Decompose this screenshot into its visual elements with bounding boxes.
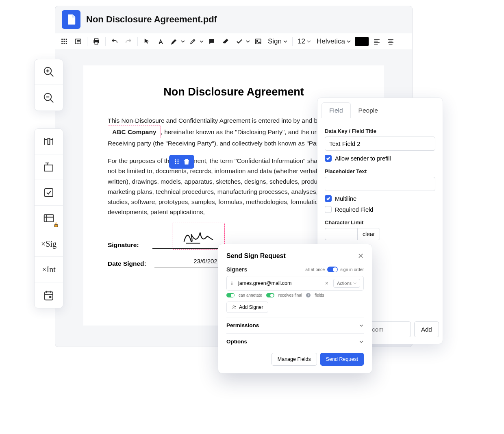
sign-request-modal: Send Sign Request ✕ Signers all at once …	[218, 244, 372, 373]
signature-tool[interactable]: ×Sig	[35, 231, 63, 257]
trash-icon[interactable]	[183, 158, 190, 165]
clear-button[interactable]: clear	[357, 228, 380, 240]
align-center-icon[interactable]	[385, 36, 396, 47]
char-limit-label: Character Limit	[325, 219, 435, 226]
svg-point-55	[231, 284, 232, 285]
svg-point-31	[178, 163, 179, 164]
file-name: Non Disclosure Agreement.pdf	[86, 14, 217, 25]
order-toggle[interactable]	[327, 267, 338, 272]
grid-view-icon[interactable]	[59, 36, 70, 47]
initials-tool[interactable]: ×Int	[35, 257, 63, 282]
eraser-icon[interactable]	[220, 36, 231, 47]
allow-prefill-checkbox[interactable]	[325, 155, 332, 162]
svg-rect-2	[66, 39, 67, 40]
svg-line-36	[50, 74, 54, 77]
svg-point-26	[175, 159, 176, 161]
svg-rect-52	[49, 296, 51, 298]
cursor-icon[interactable]	[141, 36, 152, 47]
left-sidebar-tools: ×Sig ×Int	[34, 128, 63, 308]
manage-fields-button[interactable]: Manage Fields	[272, 353, 317, 366]
tab-people[interactable]: People	[351, 102, 386, 118]
image-icon[interactable]	[252, 36, 264, 47]
align-left-icon[interactable]	[371, 36, 382, 47]
checkbox-tool[interactable]	[35, 180, 63, 206]
signer-email[interactable]: james.green@mail.com	[238, 280, 320, 286]
lock-icon	[53, 222, 59, 228]
svg-line-40	[50, 99, 54, 102]
char-limit-input[interactable]	[325, 228, 357, 240]
signature-field[interactable]	[172, 223, 225, 250]
drag-handle-icon	[173, 158, 180, 165]
svg-point-28	[175, 161, 176, 163]
pen-tool-icon[interactable]	[169, 36, 180, 47]
add-signer-button[interactable]: Add Signer	[226, 302, 268, 313]
close-icon[interactable]: ✕	[358, 252, 364, 260]
date-tool[interactable]	[35, 282, 63, 308]
svg-point-58	[232, 284, 233, 285]
checkmark-dropdown-icon[interactable]	[246, 36, 250, 47]
actions-dropdown[interactable]: Actions	[333, 279, 360, 288]
panel-view-icon[interactable]	[72, 36, 84, 47]
placeholder-input[interactable]	[325, 177, 435, 191]
color-swatch[interactable]	[355, 37, 369, 46]
field-handle[interactable]	[169, 155, 194, 169]
comment-icon[interactable]	[206, 36, 217, 47]
svg-point-57	[232, 283, 233, 284]
text-field-tool[interactable]	[35, 129, 63, 154]
highlighter-icon[interactable]	[187, 36, 199, 47]
svg-rect-48	[45, 292, 53, 300]
svg-point-59	[233, 306, 235, 307]
svg-point-27	[178, 159, 179, 161]
send-request-button[interactable]: Send Request	[320, 353, 364, 366]
text-tool-icon[interactable]	[155, 36, 166, 47]
data-key-label: Data Key / Field Title	[325, 128, 435, 134]
permissions-section[interactable]: Permissions	[226, 317, 364, 333]
info-icon[interactable]: i	[306, 293, 311, 297]
svg-rect-5	[66, 41, 67, 42]
document-icon	[65, 14, 77, 25]
company-field[interactable]: ABC Company	[108, 126, 161, 138]
allow-prefill-row[interactable]: Allow sender to prefill	[325, 155, 435, 162]
font-size-dropdown[interactable]: 12	[296, 37, 313, 46]
print-icon[interactable]	[91, 36, 102, 47]
zoom-in-button[interactable]	[35, 59, 63, 85]
zoom-out-button[interactable]	[35, 85, 63, 111]
highlighter-dropdown-icon[interactable]	[200, 36, 204, 47]
tab-field[interactable]: Field	[322, 102, 351, 118]
svg-rect-15	[95, 42, 98, 44]
svg-rect-1	[64, 39, 65, 40]
text-area-tool[interactable]	[35, 154, 63, 180]
svg-rect-16	[255, 39, 261, 44]
checkmark-icon[interactable]	[234, 36, 245, 47]
left-sidebar	[34, 59, 63, 111]
order-toggle-group: all at once sign in order	[305, 267, 364, 272]
signature-label: Signature:	[108, 241, 144, 249]
toolbar: Sign 12 Helvetica	[55, 33, 412, 50]
required-row[interactable]: Required Field	[325, 206, 435, 213]
svg-point-29	[178, 161, 179, 163]
signer-permissions: can annotate receives final i fields	[226, 293, 364, 297]
required-checkbox[interactable]	[325, 206, 332, 213]
drag-icon[interactable]	[230, 281, 235, 286]
options-section[interactable]: Options	[226, 333, 364, 349]
undo-icon[interactable]	[109, 36, 120, 47]
svg-point-56	[232, 282, 233, 282]
lock-field-tool[interactable]	[35, 206, 63, 231]
svg-rect-47	[54, 224, 58, 227]
app-logo[interactable]	[62, 10, 80, 29]
data-key-input[interactable]	[325, 137, 435, 151]
remove-signer-icon[interactable]: ×	[324, 280, 330, 286]
can-annotate-toggle[interactable]	[226, 293, 235, 297]
sign-dropdown[interactable]: Sign	[266, 37, 289, 46]
svg-rect-0	[61, 39, 63, 40]
multiline-row[interactable]: Multiline	[325, 195, 435, 202]
font-family-dropdown[interactable]: Helvetica	[315, 37, 352, 46]
pen-dropdown-icon[interactable]	[181, 36, 185, 47]
redo-icon[interactable]	[123, 36, 134, 47]
svg-rect-6	[61, 43, 63, 44]
svg-point-54	[231, 283, 232, 284]
multiline-checkbox[interactable]	[325, 195, 332, 202]
receives-final-toggle[interactable]	[266, 293, 274, 297]
date-label: Date Signed:	[108, 260, 146, 267]
add-button[interactable]: Add	[414, 321, 439, 337]
